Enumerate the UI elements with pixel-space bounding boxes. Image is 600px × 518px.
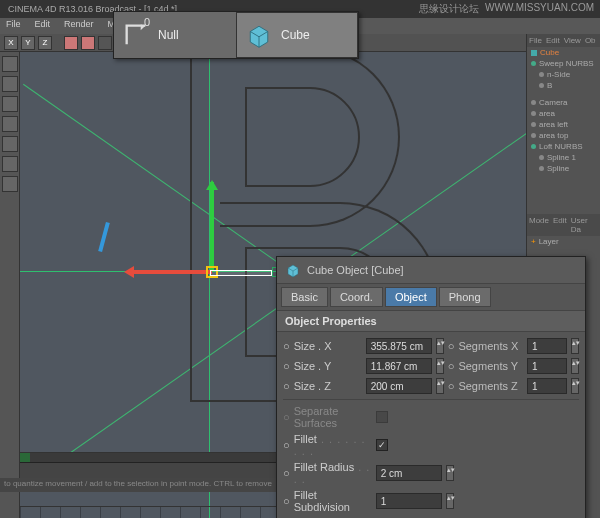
tab-basic[interactable]: Basic (281, 287, 328, 307)
scene-item[interactable]: B (527, 80, 600, 91)
tool-icon[interactable] (81, 36, 95, 50)
gizmo-y-axis[interactable] (210, 182, 214, 272)
tool-icon[interactable] (64, 36, 78, 50)
size-z-input[interactable] (366, 378, 432, 394)
row-size-z: ○Size . Z ▴▾ ○Segments Z ▴▾ (283, 376, 579, 396)
attribute-manager-menu: Mode Edit User Da (527, 214, 600, 236)
spinner[interactable]: ▴▾ (446, 493, 454, 509)
row-separate-surfaces: ○Separate Surfaces (283, 403, 579, 431)
row-size-y: ○Size . Y ▴▾ ○Segments Y ▴▾ (283, 356, 579, 376)
menu-edit[interactable]: Edit (33, 19, 53, 33)
spinner[interactable]: ▴▾ (436, 358, 444, 374)
tab-phong[interactable]: Phong (439, 287, 491, 307)
create-null-item[interactable]: 0 Null (114, 12, 236, 58)
cube-label: Cube (281, 28, 310, 42)
scene-item[interactable]: Spline (527, 163, 600, 174)
scene-item[interactable]: Loft NURBS (527, 141, 600, 152)
fillet-checkbox[interactable]: ✓ (376, 439, 388, 451)
row-fillet: ○Fillet ✓ (283, 431, 579, 459)
attr-title: Cube Object [Cube] (307, 264, 404, 276)
tab-object[interactable]: Object (385, 287, 437, 307)
nurbs-icon (531, 61, 536, 66)
create-cube-item[interactable]: Cube (236, 12, 358, 58)
attr-section: Object Properties (277, 310, 585, 332)
size-x-input[interactable] (366, 338, 432, 354)
cube-icon (285, 262, 301, 278)
attr-header: Cube Object [Cube] (277, 257, 585, 284)
spline-icon (539, 83, 544, 88)
row-size-x: ○Size . X ▴▾ ○Segments X ▴▾ (283, 336, 579, 356)
tool-icon[interactable] (98, 36, 112, 50)
scene-item[interactable]: area (527, 108, 600, 119)
size-y-input[interactable] (366, 358, 432, 374)
left-tool-icon[interactable] (2, 76, 18, 92)
left-tool-icon[interactable] (2, 56, 18, 72)
cube-icon (245, 21, 273, 49)
left-tool-icon[interactable] (2, 176, 18, 192)
scene-item[interactable]: area top (527, 130, 600, 141)
spline-icon (539, 166, 544, 171)
selected-cube-outline[interactable] (210, 270, 272, 276)
axis-z-button[interactable]: Z (38, 36, 52, 50)
left-tool-icon[interactable] (2, 96, 18, 112)
menu-file[interactable]: File (4, 19, 23, 33)
axis-x-button[interactable]: X (4, 36, 18, 50)
cube-attribute-panel: Cube Object [Cube] Basic Coord. Object P… (276, 256, 586, 518)
watermark: 思缘设计论坛 WWW.MISSYUAN.COM (419, 2, 594, 16)
spinner[interactable]: ▴▾ (436, 338, 444, 354)
segments-y-input[interactable] (527, 358, 567, 374)
spline-icon (539, 72, 544, 77)
segments-x-input[interactable] (527, 338, 567, 354)
light-icon (531, 122, 536, 127)
cube-icon (531, 50, 537, 56)
scene-item[interactable]: area left (527, 119, 600, 130)
spinner[interactable]: ▴▾ (446, 465, 454, 481)
left-tool-icon[interactable] (2, 136, 18, 152)
nurbs-icon (531, 144, 536, 149)
left-tool-icon[interactable] (2, 116, 18, 132)
axis-y-button[interactable]: Y (21, 36, 35, 50)
spinner[interactable]: ▴▾ (571, 338, 579, 354)
tab-coord[interactable]: Coord. (330, 287, 383, 307)
spline-icon (539, 155, 544, 160)
scene-item[interactable]: Camera (527, 97, 600, 108)
scene-item-cube[interactable]: Cube (527, 47, 600, 58)
scene-item[interactable]: n-Side (527, 69, 600, 80)
left-tool-icon[interactable] (2, 156, 18, 172)
fillet-radius-input[interactable] (376, 465, 442, 481)
separate-surfaces-checkbox (376, 411, 388, 423)
gizmo-x-axis[interactable] (128, 270, 212, 274)
spinner[interactable]: ▴▾ (571, 358, 579, 374)
row-fillet-radius: ○Fillet Radius ▴▾ (283, 459, 579, 487)
object-manager-menu: File Edit View Ob (527, 34, 600, 47)
fillet-subdivision-input[interactable] (376, 493, 442, 509)
spinner[interactable]: ▴▾ (571, 378, 579, 394)
null-label: Null (158, 28, 179, 42)
primitive-popup: 0 Null Cube (113, 11, 359, 59)
segments-z-input[interactable] (527, 378, 567, 394)
scene-item[interactable]: Sweep NURBS (527, 58, 600, 69)
scene-item[interactable]: Spline 1 (527, 152, 600, 163)
spinner[interactable]: ▴▾ (436, 378, 444, 394)
light-icon (531, 111, 536, 116)
gizmo-z-axis[interactable] (98, 222, 110, 252)
attr-tabs: Basic Coord. Object Phong (277, 284, 585, 310)
row-fillet-subdivision: ○Fillet Subdivision ▴▾ (283, 487, 579, 515)
camera-icon (531, 100, 536, 105)
menu-render[interactable]: Render (62, 19, 96, 33)
left-toolbar (0, 52, 20, 518)
light-icon (531, 133, 536, 138)
layer-label[interactable]: +Layer (527, 236, 600, 247)
